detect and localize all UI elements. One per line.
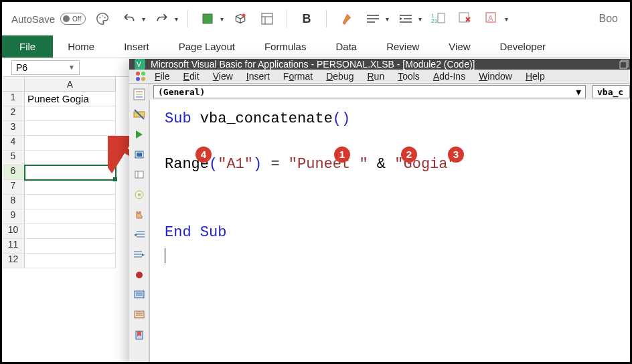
row-header[interactable]: 8: [2, 195, 25, 209]
row-header[interactable]: 7: [2, 180, 25, 195]
menu-run[interactable]: Run: [362, 70, 390, 83]
cell[interactable]: [25, 209, 116, 224]
design-icon[interactable]: [133, 188, 146, 201]
delete-cell-icon[interactable]: [455, 9, 475, 29]
redo-button[interactable]: [152, 9, 172, 29]
indent-dropdown-icon[interactable]: ▾: [418, 15, 422, 23]
tab-review[interactable]: Review: [372, 35, 434, 58]
undo-dropdown-icon[interactable]: ▾: [142, 15, 145, 23]
redo-dropdown-icon[interactable]: ▾: [175, 15, 178, 23]
object-combobox[interactable]: (General) ▼: [153, 85, 586, 98]
procedure-combobox[interactable]: vba_c: [592, 85, 630, 98]
reset-icon[interactable]: [133, 168, 146, 181]
cell[interactable]: [25, 195, 116, 209]
row-header[interactable]: 6: [2, 165, 25, 180]
menu-tools[interactable]: Tools: [392, 70, 425, 83]
format-dropdown-icon[interactable]: ▾: [505, 15, 508, 23]
svg-text:23: 23: [431, 18, 437, 24]
cell[interactable]: [25, 180, 116, 195]
tab-home[interactable]: Home: [53, 35, 109, 58]
svg-rect-50: [135, 311, 144, 318]
restore-icon[interactable]: [619, 60, 629, 69]
name-box-value: P6: [16, 62, 27, 73]
row-header[interactable]: 5: [2, 151, 25, 165]
row-header[interactable]: 9: [2, 209, 25, 224]
row-header[interactable]: 12: [2, 254, 25, 268]
tab-data[interactable]: Data: [321, 35, 372, 58]
menu-file[interactable]: File: [149, 70, 175, 83]
toggle-switch[interactable]: Off: [60, 13, 86, 25]
indent-out-icon[interactable]: [133, 228, 146, 242]
select-all-corner[interactable]: [2, 77, 25, 92]
indent-in-icon[interactable]: [133, 248, 146, 262]
cell-selected[interactable]: [25, 165, 116, 180]
layout-icon[interactable]: [257, 9, 277, 29]
row-header[interactable]: 11: [2, 239, 25, 254]
menu-addins[interactable]: Add-Ins: [428, 70, 471, 83]
menu-help[interactable]: Help: [520, 70, 550, 83]
square-icon[interactable]: [198, 9, 218, 29]
brush-icon[interactable]: [336, 9, 356, 29]
row-header[interactable]: 10: [2, 224, 25, 239]
code-editor[interactable]: Sub vba_concatenate() Range("A1") = "Pun…: [149, 100, 632, 364]
cell-a1[interactable]: Puneet Gogia: [25, 92, 116, 106]
col-header-a[interactable]: A: [25, 77, 116, 92]
uncomment-icon[interactable]: [133, 308, 146, 322]
number-icon[interactable]: 123: [428, 9, 449, 29]
cell[interactable]: [25, 106, 116, 121]
row-header[interactable]: 4: [2, 136, 25, 151]
svg-point-25: [136, 72, 140, 76]
indent-icon[interactable]: [396, 9, 416, 29]
autosave-toggle[interactable]: AutoSave Off: [11, 13, 86, 25]
align-dropdown-icon[interactable]: ▾: [386, 15, 389, 23]
cell[interactable]: [25, 151, 116, 165]
bookmark-icon[interactable]: [133, 329, 146, 342]
square-dropdown-icon[interactable]: ▾: [220, 15, 224, 23]
svg-rect-35: [137, 153, 142, 157]
combobox-dropdown-icon[interactable]: ▼: [576, 87, 581, 97]
code-sub-name: vba_concatenate: [200, 110, 333, 127]
tab-formulas[interactable]: Formulas: [250, 35, 321, 58]
format-icon[interactable]: A: [482, 9, 502, 29]
hand-icon[interactable]: [133, 208, 146, 221]
menu-edit[interactable]: Edit: [178, 70, 205, 83]
cell[interactable]: [25, 239, 116, 254]
tab-file[interactable]: File: [2, 35, 53, 58]
menu-view[interactable]: View: [208, 70, 238, 83]
name-box[interactable]: P6 ▼: [11, 60, 80, 75]
annotation-4: 4: [195, 147, 212, 163]
row-header[interactable]: 2: [2, 106, 25, 121]
align-icon[interactable]: [363, 9, 383, 29]
vba-edit-toolbar: [129, 84, 149, 364]
comment-icon[interactable]: [133, 288, 146, 302]
menu-window[interactable]: Window: [473, 70, 518, 83]
list-properties-icon[interactable]: [133, 88, 146, 101]
row-header[interactable]: 1: [2, 92, 25, 106]
code-range-arg: "A1": [218, 156, 253, 173]
row-header[interactable]: 3: [2, 121, 25, 136]
tab-view[interactable]: View: [434, 35, 485, 58]
svg-rect-5: [262, 13, 272, 24]
tab-page-layout[interactable]: Page Layout: [164, 35, 250, 58]
run-icon[interactable]: [133, 128, 146, 141]
bold-button[interactable]: B: [297, 9, 317, 29]
ruler-icon[interactable]: [133, 108, 146, 121]
break-icon[interactable]: [133, 148, 146, 161]
menu-debug[interactable]: Debug: [321, 70, 359, 83]
cell[interactable]: [25, 224, 116, 239]
palette-icon[interactable]: [92, 9, 112, 29]
undo-button[interactable]: [119, 9, 139, 29]
tab-developer[interactable]: Developer: [485, 35, 560, 58]
tab-insert[interactable]: Insert: [109, 35, 164, 58]
cell[interactable]: [25, 254, 116, 268]
cell[interactable]: [25, 121, 116, 136]
cube-icon[interactable]: [230, 9, 250, 29]
vba-menu-icon[interactable]: [135, 70, 147, 82]
annotation-3: 3: [448, 147, 464, 163]
vba-titlebar[interactable]: V Microsoft Visual Basic for Application…: [129, 59, 632, 70]
cell[interactable]: [25, 136, 116, 151]
breakpoint-icon[interactable]: [133, 268, 146, 282]
name-box-dropdown-icon[interactable]: ▼: [68, 64, 75, 71]
menu-insert[interactable]: Insert: [241, 70, 275, 83]
menu-format[interactable]: Format: [278, 70, 318, 83]
